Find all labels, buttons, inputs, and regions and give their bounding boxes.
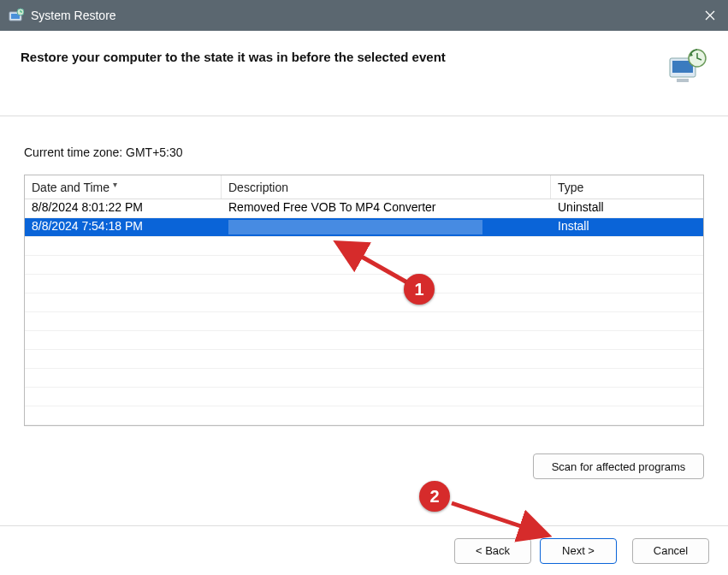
column-header-type[interactable]: Type (551, 175, 686, 199)
back-button[interactable]: < Back (454, 538, 531, 564)
table-empty-row (25, 312, 703, 331)
svg-rect-5 (677, 79, 689, 82)
table-empty-row (25, 350, 703, 369)
restore-hero-icon (666, 46, 707, 87)
cell-date: 8/8/2024 7:54:18 PM (25, 218, 222, 236)
scan-affected-programs-button[interactable]: Scan for affected programs (533, 453, 704, 479)
column-label: Date and Time (32, 181, 109, 194)
table-empty-row (25, 275, 703, 293)
table-row[interactable]: 8/8/2024 7:54:18 PMInstall (25, 218, 703, 237)
column-label: Description (228, 181, 288, 194)
table-empty-row (25, 388, 703, 406)
annotation-number: 2 (419, 481, 450, 512)
wizard-heading: Restore your computer to the state it wa… (21, 46, 666, 64)
table-empty-row (25, 369, 703, 388)
table-empty-row (25, 293, 703, 312)
window-title: System Restore (31, 9, 692, 22)
content-area: Current time zone: GMT+5:30 Date and Tim… (0, 116, 728, 479)
cancel-button[interactable]: Cancel (632, 538, 709, 564)
table-empty-row (25, 256, 703, 275)
table-empty-row (25, 237, 703, 256)
cell-date: 8/8/2024 8:01:22 PM (25, 199, 222, 217)
annotation-badge-2: 2 (419, 481, 450, 512)
table-body: 8/8/2024 8:01:22 PMRemoved Free VOB To M… (25, 199, 703, 425)
cell-type: Uninstall (551, 199, 686, 217)
table-empty-row (25, 331, 703, 350)
cell-type: Install (551, 218, 686, 236)
table-row[interactable]: 8/8/2024 8:01:22 PMRemoved Free VOB To M… (25, 199, 703, 218)
wizard-header: Restore your computer to the state it wa… (0, 31, 728, 116)
timezone-label: Current time zone: GMT+5:30 (24, 145, 704, 159)
titlebar: System Restore (0, 0, 728, 31)
next-button[interactable]: Next > (540, 538, 617, 564)
column-header-description[interactable]: Description (222, 175, 551, 199)
close-button[interactable] (692, 0, 728, 31)
cell-description: Removed Free VOB To MP4 Converter (222, 199, 551, 217)
column-header-date[interactable]: Date and Time ▾ (25, 175, 222, 199)
cell-description (222, 218, 551, 236)
system-restore-icon (9, 8, 24, 23)
table-header: Date and Time ▾ Description Type (25, 175, 703, 199)
wizard-footer: < Back Next > Cancel (0, 525, 728, 575)
restore-points-table: Date and Time ▾ Description Type 8/8/202… (24, 175, 704, 426)
table-empty-row (25, 406, 703, 425)
column-label: Type (558, 181, 583, 194)
sort-descending-icon: ▾ (113, 180, 117, 189)
